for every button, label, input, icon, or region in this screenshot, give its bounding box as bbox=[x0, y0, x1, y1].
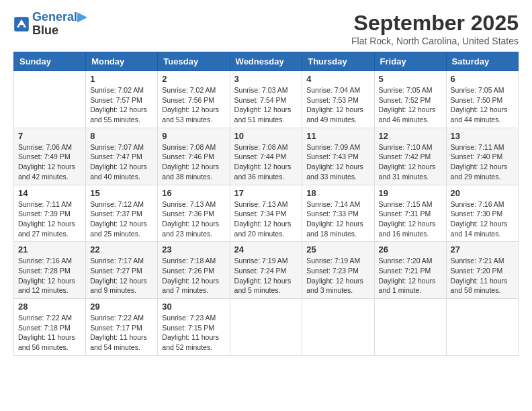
table-row: 26Sunrise: 7:20 AM Sunset: 7:21 PM Dayli… bbox=[374, 242, 446, 299]
day-info: Sunrise: 7:20 AM Sunset: 7:21 PM Dayligh… bbox=[379, 256, 442, 295]
table-row: 20Sunrise: 7:16 AM Sunset: 7:30 PM Dayli… bbox=[446, 185, 518, 242]
day-number: 8 bbox=[90, 131, 153, 141]
day-number: 3 bbox=[234, 74, 298, 84]
table-row: 23Sunrise: 7:18 AM Sunset: 7:26 PM Dayli… bbox=[158, 242, 230, 299]
day-number: 11 bbox=[306, 131, 369, 141]
day-number: 1 bbox=[90, 74, 153, 84]
day-info: Sunrise: 7:13 AM Sunset: 7:34 PM Dayligh… bbox=[234, 199, 298, 239]
day-number: 4 bbox=[306, 74, 369, 84]
day-info: Sunrise: 7:19 AM Sunset: 7:23 PM Dayligh… bbox=[306, 256, 369, 295]
day-info: Sunrise: 7:21 AM Sunset: 7:20 PM Dayligh… bbox=[451, 256, 514, 295]
day-number: 26 bbox=[379, 244, 442, 255]
table-row: 10Sunrise: 7:08 AM Sunset: 7:44 PM Dayli… bbox=[230, 128, 302, 185]
table-row bbox=[230, 299, 302, 356]
day-number: 5 bbox=[379, 74, 442, 84]
day-info: Sunrise: 7:22 AM Sunset: 7:18 PM Dayligh… bbox=[18, 313, 81, 353]
table-row: 7Sunrise: 7:06 AM Sunset: 7:49 PM Daylig… bbox=[14, 128, 86, 185]
day-number: 20 bbox=[451, 188, 514, 198]
weekday-header-friday: Friday bbox=[374, 52, 446, 71]
month-title: September 2025 bbox=[351, 11, 519, 36]
day-number: 19 bbox=[379, 188, 442, 198]
day-info: Sunrise: 7:16 AM Sunset: 7:28 PM Dayligh… bbox=[18, 256, 81, 295]
table-row: 25Sunrise: 7:19 AM Sunset: 7:23 PM Dayli… bbox=[302, 242, 374, 299]
weekday-header-tuesday: Tuesday bbox=[158, 52, 230, 71]
day-number: 7 bbox=[18, 131, 81, 141]
table-row: 21Sunrise: 7:16 AM Sunset: 7:28 PM Dayli… bbox=[14, 242, 86, 299]
day-info: Sunrise: 7:14 AM Sunset: 7:33 PM Dayligh… bbox=[306, 199, 369, 239]
table-row: 16Sunrise: 7:13 AM Sunset: 7:36 PM Dayli… bbox=[158, 185, 230, 242]
day-number: 23 bbox=[162, 244, 225, 255]
logo-line1: General▶ bbox=[32, 11, 87, 24]
day-number: 24 bbox=[234, 244, 298, 255]
day-number: 27 bbox=[451, 244, 514, 255]
weekday-header-sunday: Sunday bbox=[14, 52, 86, 71]
table-row: 1Sunrise: 7:02 AM Sunset: 7:57 PM Daylig… bbox=[86, 71, 158, 128]
day-number: 30 bbox=[162, 302, 225, 312]
day-info: Sunrise: 7:13 AM Sunset: 7:36 PM Dayligh… bbox=[162, 199, 225, 239]
table-row bbox=[302, 299, 374, 356]
day-info: Sunrise: 7:07 AM Sunset: 7:47 PM Dayligh… bbox=[90, 142, 153, 182]
weekday-header-wednesday: Wednesday bbox=[230, 52, 302, 71]
day-info: Sunrise: 7:11 AM Sunset: 7:40 PM Dayligh… bbox=[451, 142, 514, 182]
table-row: 9Sunrise: 7:08 AM Sunset: 7:46 PM Daylig… bbox=[158, 128, 230, 185]
day-number: 17 bbox=[234, 188, 298, 198]
day-info: Sunrise: 7:08 AM Sunset: 7:46 PM Dayligh… bbox=[162, 142, 225, 182]
location: Flat Rock, North Carolina, United States bbox=[351, 36, 519, 46]
weekday-header-monday: Monday bbox=[86, 52, 158, 71]
table-row: 15Sunrise: 7:12 AM Sunset: 7:37 PM Dayli… bbox=[86, 185, 158, 242]
day-number: 13 bbox=[451, 131, 514, 141]
day-info: Sunrise: 7:10 AM Sunset: 7:42 PM Dayligh… bbox=[379, 142, 442, 182]
day-info: Sunrise: 7:15 AM Sunset: 7:31 PM Dayligh… bbox=[379, 199, 442, 239]
day-info: Sunrise: 7:02 AM Sunset: 7:57 PM Dayligh… bbox=[90, 85, 153, 125]
day-number: 29 bbox=[90, 302, 153, 312]
table-row bbox=[374, 299, 446, 356]
day-info: Sunrise: 7:08 AM Sunset: 7:44 PM Dayligh… bbox=[234, 142, 298, 182]
table-row: 24Sunrise: 7:19 AM Sunset: 7:24 PM Dayli… bbox=[230, 242, 302, 299]
table-row: 30Sunrise: 7:23 AM Sunset: 7:15 PM Dayli… bbox=[158, 299, 230, 356]
table-row: 11Sunrise: 7:09 AM Sunset: 7:43 PM Dayli… bbox=[302, 128, 374, 185]
table-row: 14Sunrise: 7:11 AM Sunset: 7:39 PM Dayli… bbox=[14, 185, 86, 242]
table-row: 3Sunrise: 7:03 AM Sunset: 7:54 PM Daylig… bbox=[230, 71, 302, 128]
day-info: Sunrise: 7:03 AM Sunset: 7:54 PM Dayligh… bbox=[234, 85, 298, 125]
table-row: 19Sunrise: 7:15 AM Sunset: 7:31 PM Dayli… bbox=[374, 185, 446, 242]
table-row: 8Sunrise: 7:07 AM Sunset: 7:47 PM Daylig… bbox=[86, 128, 158, 185]
day-number: 16 bbox=[162, 188, 225, 198]
day-number: 28 bbox=[18, 302, 81, 312]
day-info: Sunrise: 7:17 AM Sunset: 7:27 PM Dayligh… bbox=[90, 256, 153, 295]
table-row: 17Sunrise: 7:13 AM Sunset: 7:34 PM Dayli… bbox=[230, 185, 302, 242]
day-number: 9 bbox=[162, 131, 225, 141]
day-number: 6 bbox=[451, 74, 514, 84]
day-info: Sunrise: 7:05 AM Sunset: 7:50 PM Dayligh… bbox=[451, 85, 514, 125]
table-row: 28Sunrise: 7:22 AM Sunset: 7:18 PM Dayli… bbox=[14, 299, 86, 356]
day-number: 14 bbox=[18, 188, 81, 198]
day-info: Sunrise: 7:18 AM Sunset: 7:26 PM Dayligh… bbox=[162, 256, 225, 295]
day-number: 25 bbox=[306, 244, 369, 255]
logo-line2: Blue bbox=[32, 24, 87, 38]
day-info: Sunrise: 7:02 AM Sunset: 7:56 PM Dayligh… bbox=[162, 85, 225, 125]
day-number: 10 bbox=[234, 131, 298, 141]
weekday-header-saturday: Saturday bbox=[446, 52, 518, 71]
day-info: Sunrise: 7:04 AM Sunset: 7:53 PM Dayligh… bbox=[306, 85, 369, 125]
table-row: 27Sunrise: 7:21 AM Sunset: 7:20 PM Dayli… bbox=[446, 242, 518, 299]
table-row: 12Sunrise: 7:10 AM Sunset: 7:42 PM Dayli… bbox=[374, 128, 446, 185]
day-number: 2 bbox=[162, 74, 225, 84]
table-row: 29Sunrise: 7:22 AM Sunset: 7:17 PM Dayli… bbox=[86, 299, 158, 356]
day-number: 12 bbox=[379, 131, 442, 141]
logo-icon bbox=[13, 16, 30, 32]
table-row: 4Sunrise: 7:04 AM Sunset: 7:53 PM Daylig… bbox=[302, 71, 374, 128]
day-info: Sunrise: 7:12 AM Sunset: 7:37 PM Dayligh… bbox=[90, 199, 153, 239]
table-row: 13Sunrise: 7:11 AM Sunset: 7:40 PM Dayli… bbox=[446, 128, 518, 185]
table-row bbox=[14, 71, 86, 128]
day-info: Sunrise: 7:19 AM Sunset: 7:24 PM Dayligh… bbox=[234, 256, 298, 295]
day-number: 21 bbox=[18, 244, 81, 255]
weekday-header-thursday: Thursday bbox=[302, 52, 374, 71]
day-number: 22 bbox=[90, 244, 153, 255]
day-info: Sunrise: 7:06 AM Sunset: 7:49 PM Dayligh… bbox=[18, 142, 81, 182]
day-info: Sunrise: 7:23 AM Sunset: 7:15 PM Dayligh… bbox=[162, 313, 225, 353]
day-info: Sunrise: 7:05 AM Sunset: 7:52 PM Dayligh… bbox=[379, 85, 442, 125]
day-info: Sunrise: 7:09 AM Sunset: 7:43 PM Dayligh… bbox=[306, 142, 369, 182]
table-row: 2Sunrise: 7:02 AM Sunset: 7:56 PM Daylig… bbox=[158, 71, 230, 128]
table-row: 5Sunrise: 7:05 AM Sunset: 7:52 PM Daylig… bbox=[374, 71, 446, 128]
table-row: 6Sunrise: 7:05 AM Sunset: 7:50 PM Daylig… bbox=[446, 71, 518, 128]
day-number: 18 bbox=[306, 188, 369, 198]
